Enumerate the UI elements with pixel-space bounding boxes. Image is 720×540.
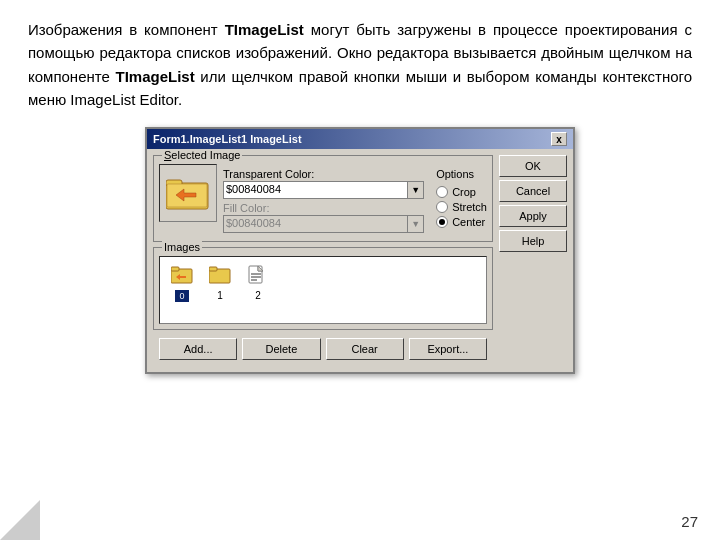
selected-image-content: Transparent Color: $00840084 ▼ Fill Colo… bbox=[159, 164, 487, 236]
transparent-color-dropdown-btn[interactable]: ▼ bbox=[407, 182, 423, 198]
fill-color-label: Fill Color: bbox=[223, 202, 424, 214]
apply-button[interactable]: Apply bbox=[499, 205, 567, 227]
transparent-color-label: Transparent Color: bbox=[223, 168, 424, 180]
description-text: Изображения в компонент TImageList могут… bbox=[28, 18, 692, 111]
close-button[interactable]: x bbox=[551, 132, 567, 146]
transparent-color-section: Transparent Color: $00840084 ▼ Fill Colo… bbox=[223, 168, 424, 236]
desc-bold-1: TImageList bbox=[225, 21, 304, 38]
options-content: Crop Stretch bbox=[436, 186, 487, 228]
dialog-left-panel: Selected Image bbox=[153, 155, 493, 366]
fill-color-dropdown-btn: ▼ bbox=[407, 216, 423, 232]
folder-icon bbox=[166, 175, 210, 211]
clear-button[interactable]: Clear bbox=[326, 338, 404, 360]
desc-text-1: Изображения в компонент bbox=[28, 21, 225, 38]
selected-image-title-text: elected Image bbox=[171, 149, 240, 161]
desc-bold-2: TImageList bbox=[115, 68, 194, 85]
dialog-right-buttons: OK Cancel Apply Help bbox=[499, 155, 567, 366]
images-list: 0 1 bbox=[159, 256, 487, 324]
images-group: Images bbox=[153, 247, 493, 330]
radio-stretch-row[interactable]: Stretch bbox=[436, 201, 487, 213]
images-title: Images bbox=[162, 241, 202, 253]
radio-crop-label: Crop bbox=[452, 186, 476, 198]
delete-button[interactable]: Delete bbox=[242, 338, 320, 360]
thumb-1 bbox=[206, 261, 234, 289]
index-plain-1: 1 bbox=[217, 290, 223, 301]
transparent-color-value: $00840084 bbox=[224, 182, 407, 198]
transparent-color-combo[interactable]: $00840084 ▼ bbox=[223, 181, 424, 199]
index-badge-0: 0 bbox=[175, 290, 189, 302]
dialog-bottom-buttons: Add... Delete Clear Export... bbox=[153, 334, 493, 366]
folder-small-icon-1 bbox=[209, 265, 231, 285]
top-controls: Transparent Color: $00840084 ▼ Fill Colo… bbox=[223, 168, 487, 236]
radio-center-label: Center bbox=[452, 216, 485, 228]
dialog-body: Selected Image bbox=[147, 149, 573, 372]
dialog-window: Form1.ImageList1 ImageList x Selected Im… bbox=[145, 127, 575, 374]
list-item[interactable]: 2 bbox=[240, 261, 276, 319]
page-content: Изображения в компонент TImageList могут… bbox=[0, 0, 720, 384]
radio-stretch-label: Stretch bbox=[452, 201, 487, 213]
fill-color-combo: $00840084 ▼ bbox=[223, 215, 424, 233]
export-button[interactable]: Export... bbox=[409, 338, 487, 360]
corner-decoration bbox=[0, 500, 40, 540]
radio-center[interactable] bbox=[436, 216, 448, 228]
list-item[interactable]: 1 bbox=[202, 261, 238, 319]
image-preview bbox=[159, 164, 217, 222]
svg-rect-8 bbox=[209, 267, 217, 271]
radio-crop-row[interactable]: Crop bbox=[436, 186, 487, 198]
dialog-wrapper: Form1.ImageList1 ImageList x Selected Im… bbox=[28, 127, 692, 374]
selected-image-title: Selected Image bbox=[162, 149, 242, 161]
doc-icon-2 bbox=[247, 265, 269, 285]
help-button[interactable]: Help bbox=[499, 230, 567, 252]
index-plain-2: 2 bbox=[255, 290, 261, 301]
options-section: Options Crop bbox=[436, 168, 487, 236]
thumb-0 bbox=[168, 261, 196, 289]
radio-stretch[interactable] bbox=[436, 201, 448, 213]
folder-small-icon-0 bbox=[171, 265, 193, 285]
dialog-title: Form1.ImageList1 ImageList bbox=[153, 133, 302, 145]
add-button[interactable]: Add... bbox=[159, 338, 237, 360]
svg-rect-5 bbox=[171, 267, 179, 271]
ok-button[interactable]: OK bbox=[499, 155, 567, 177]
cancel-button[interactable]: Cancel bbox=[499, 180, 567, 202]
fill-color-value: $00840084 bbox=[224, 216, 407, 232]
radio-center-row[interactable]: Center bbox=[436, 216, 487, 228]
options-label: Options bbox=[436, 168, 487, 180]
thumb-2 bbox=[244, 261, 272, 289]
dialog-titlebar: Form1.ImageList1 ImageList x bbox=[147, 129, 573, 149]
image-controls: Transparent Color: $00840084 ▼ Fill Colo… bbox=[223, 164, 487, 236]
list-item[interactable]: 0 bbox=[164, 261, 200, 319]
page-number: 27 bbox=[681, 513, 698, 530]
selected-image-group: Selected Image bbox=[153, 155, 493, 242]
radio-crop[interactable] bbox=[436, 186, 448, 198]
